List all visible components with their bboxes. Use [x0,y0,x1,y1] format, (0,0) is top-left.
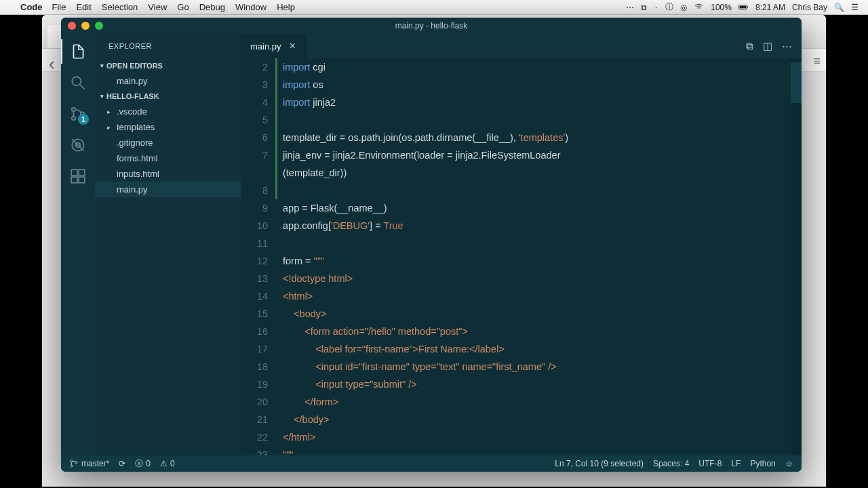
tree-file[interactable]: main.py [95,182,241,197]
editor-tabbar: main.py × ⧉ ◫ ⋯ [241,34,802,58]
activity-bar: 1 [61,34,95,455]
scm-view-icon[interactable]: 1 [68,104,87,123]
wifi-icon[interactable] [694,2,704,12]
tree-folder[interactable]: templates [95,119,241,135]
tree-file[interactable]: inputs.html [95,166,241,182]
svg-rect-11 [71,177,77,183]
minimap[interactable] [791,58,802,455]
screencap-icon[interactable]: ⧉ [641,3,647,12]
menu-debug[interactable]: Debug [199,2,225,12]
menu-edit[interactable]: Edit [76,2,91,12]
vscode-window: main.py - hello-flask 1 EXPLORER [61,18,802,472]
sidebar: EXPLORER OPEN EDITORS main.py HELLO-FLAS… [95,34,241,455]
clock[interactable]: 8:21 AM [755,3,785,12]
menu-icon[interactable]: ☰ [851,3,859,12]
app-name[interactable]: Code [20,2,43,12]
svg-point-14 [71,465,73,467]
hamburger-icon[interactable]: ≡ [813,54,821,68]
editor-tab[interactable]: main.py × [241,34,306,58]
spotlight-icon[interactable]: 🔍 [834,3,844,12]
editor-area: main.py × ⧉ ◫ ⋯ 234567891011121314151617… [241,34,802,455]
search-view-icon[interactable] [68,73,87,92]
svg-point-3 [72,77,81,85]
menu-selection[interactable]: Selection [102,2,138,12]
status-bar: master* ⟳ ⓧ 0 ⚠ 0 Ln 7, Col 10 (9 select… [61,455,802,472]
info-icon[interactable]: ⓘ [665,1,673,13]
svg-rect-10 [79,169,85,176]
tree-file[interactable]: forms.html [95,150,241,166]
eol[interactable]: LF [731,459,741,468]
svg-point-13 [71,460,73,462]
svg-rect-1 [747,6,748,7]
sidebar-title: EXPLORER [95,34,241,58]
code-editor[interactable]: 234567891011121314151617181920212223 imp… [241,58,802,455]
airplay-icon[interactable]: ◎ [680,3,687,12]
svg-point-5 [72,117,75,120]
menu-window[interactable]: Window [235,2,267,12]
tree-file[interactable]: .gitignore [95,135,241,150]
open-editor-item[interactable]: main.py [95,73,241,89]
cursor-position[interactable]: Ln 7, Col 10 (9 selected) [555,459,644,468]
battery-icon[interactable] [738,2,749,12]
menu-go[interactable]: Go [177,2,189,12]
feedback-icon[interactable]: ☺ [785,459,793,468]
debug-view-icon[interactable] [68,136,87,155]
open-editors-section[interactable]: OPEN EDITORS [95,58,241,73]
svg-rect-2 [740,6,746,8]
scm-badge: 1 [78,114,89,125]
macos-menubar: Code FileEditSelectionViewGoDebugWindowH… [0,0,868,15]
window-title: main.py - hello-flask [61,21,802,30]
split-editor-icon[interactable]: ◫ [763,40,772,52]
line-gutter: 234567891011121314151617181920212223 [241,58,279,455]
sync-icon[interactable]: ⟳ [119,459,125,468]
back-icon[interactable] [49,54,62,67]
svg-rect-12 [79,177,85,183]
menu-file[interactable]: File [52,2,66,12]
svg-rect-9 [71,169,77,176]
titlebar[interactable]: main.py - hello-flask [61,18,802,34]
tree-folder[interactable]: .vscode [95,104,241,119]
tab-label: main.py [250,41,281,52]
errors-count[interactable]: ⓧ 0 [135,458,151,470]
dropbox-icon[interactable]: ⬞ [654,3,658,12]
folder-section[interactable]: HELLO-FLASK [95,89,241,104]
battery-level[interactable]: 100% [711,3,732,12]
compare-icon[interactable]: ⧉ [746,40,753,52]
svg-point-4 [72,108,75,111]
close-tab-icon[interactable]: × [290,40,296,52]
extensions-view-icon[interactable] [68,167,87,186]
git-branch[interactable]: master* [69,459,109,468]
language-mode[interactable]: Python [750,459,775,468]
menu-help[interactable]: Help [277,2,295,12]
menu-view[interactable]: View [148,2,167,12]
explorer-view-icon[interactable] [68,42,87,61]
user-name[interactable]: Chris Bay [792,3,827,12]
menuextra-dots-icon[interactable]: ⋯ [626,3,634,12]
indentation[interactable]: Spaces: 4 [653,459,689,468]
code-content[interactable]: import cgiimport osimport jinja2template… [279,58,802,455]
warnings-count[interactable]: ⚠ 0 [160,459,175,468]
encoding[interactable]: UTF-8 [698,459,722,468]
more-actions-icon[interactable]: ⋯ [782,40,792,52]
menubar-right: ⋯ ⧉ ⬞ ⓘ ◎ 100% 8:21 AM Chris Bay 🔍 ☰ [626,1,868,13]
